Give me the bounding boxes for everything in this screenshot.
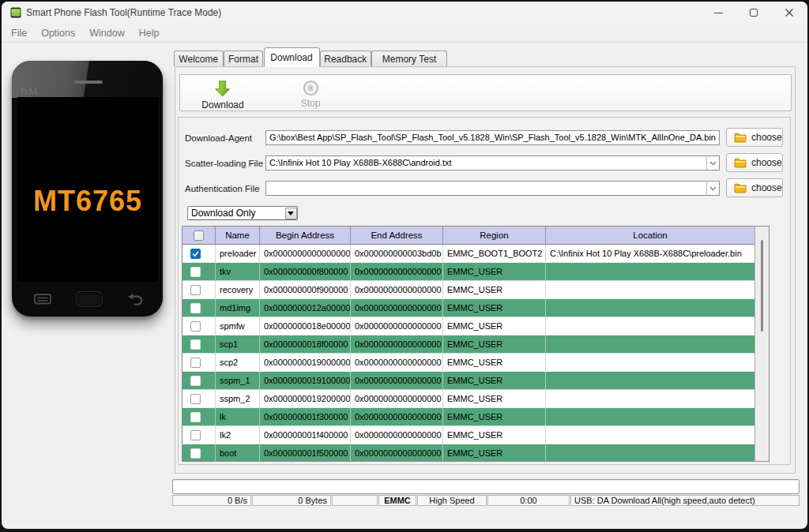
tab-readback[interactable]: Readback [320,51,372,66]
table-row-boot[interactable]: boot0x000000001f5000000x0000000000000000… [182,444,754,461]
minimize-icon [714,13,723,13]
cell-name: preloader [216,245,260,263]
table-row-lk[interactable]: lk0x000000001f3000000x0000000000000000EM… [182,408,754,426]
table-row-md1img[interactable]: md1img0x0000000012a000000x00000000000000… [182,299,754,317]
cell-begin: 0x000000001f500000 [260,444,351,461]
table-row-preloader[interactable]: preloader0x00000000000000000x00000000000… [182,245,754,263]
cell-location [546,354,754,372]
row-checkbox[interactable] [190,321,201,332]
cell-end: 0x0000000000000000 [351,354,443,372]
cell-region: EMMC_USER [443,263,546,281]
download-mode-dropdown-button[interactable] [285,208,297,219]
menu-item-options[interactable]: Options [34,24,82,42]
row-checkbox[interactable] [190,267,201,277]
menu-item-file[interactable]: File [11,24,34,42]
partition-table-body: NameBegin AddressEnd AddressRegionLocati… [182,227,754,461]
table-row-recovery[interactable]: recovery0x000000000f9000000x000000000000… [182,281,754,299]
download-mode-value: Download Only [191,208,255,219]
menu-item-window[interactable]: Window [82,24,131,42]
row-checkbox[interactable] [190,394,201,404]
table-row-sspm_1[interactable]: sspm_10x00000000191000000x00000000000000… [182,372,754,390]
row-checkbox[interactable] [190,430,201,440]
row-checkbox[interactable] [190,358,201,368]
scatter-file-combobox[interactable]: C:\Infinix Hot 10 Play X688B-X688C\andro… [265,155,720,170]
cell-location [546,426,754,444]
row-checkbox[interactable] [190,412,201,422]
app-window: Smart Phone Flash Tool(Runtime Trace Mod… [2,2,807,529]
row-checkbox-cell [182,245,216,263]
row-checkbox[interactable] [190,448,201,459]
cell-end: 0x0000000000000000 [351,281,443,299]
close-icon [785,8,794,17]
cell-region: EMMC_BOOT1_BOOT2 [443,245,546,263]
auth-file-dropdown-button[interactable] [706,182,718,195]
tab-welcome[interactable]: Welcome [174,51,224,66]
cell-begin: 0x000000001f400000 [260,426,351,444]
menu-item-help[interactable]: Help [132,24,167,42]
row-checkbox[interactable] [190,376,201,386]
cell-region: EMMC_USER [443,390,546,408]
auth-file-choose-button[interactable]: choose [726,178,783,197]
scatter-file-choose-button[interactable]: choose [726,153,783,172]
status-bar: 0 B/s0 BytesEMMCHigh Speed0:00USB: DA Do… [172,495,800,506]
table-header-row: NameBegin AddressEnd AddressRegionLocati… [182,227,754,245]
cell-begin: 0x0000000012a00000 [260,299,351,317]
download-button[interactable]: Download [189,75,257,111]
status-cell-1: 0 Bytes [252,495,331,506]
download-agent-choose-button[interactable]: choose [726,128,783,147]
folder-icon [734,133,747,143]
cell-location [546,299,754,317]
cell-begin: 0x0000000019200000 [260,390,351,408]
chipset-label: MT6765 [33,162,142,218]
scatter-file-value: C:\Infinix Hot 10 Play X688B-X688C\andro… [269,158,452,167]
folder-icon [734,183,747,193]
cell-location [546,335,754,354]
phone-speaker [74,81,103,84]
select-all-checkbox[interactable] [194,230,204,241]
auth-file-label: Authentication File [185,184,260,193]
download-agent-value: G:\box\Best App\SP_Flash_Tool\SP_Flash_T… [269,133,716,142]
row-checkbox[interactable] [190,303,201,313]
toolbar: Download Stop [179,74,792,111]
cell-end: 0x0000000000000000 [351,426,443,444]
row-checkbox[interactable] [190,339,201,350]
row-checkbox-cell [182,299,216,317]
cell-name: sspm_2 [216,390,260,408]
table-row-scp1[interactable]: scp10x0000000018f000000x0000000000000000… [182,335,754,354]
table-row-sspm_2[interactable]: sspm_20x00000000192000000x00000000000000… [182,390,754,408]
auth-file-combobox[interactable] [265,181,720,196]
table-vertical-scrollbar[interactable] [754,227,769,461]
table-row-scp2[interactable]: scp20x00000000190000000x0000000000000000… [182,354,754,372]
table-header-begin-address: Begin Address [260,227,351,244]
cell-location [546,372,754,390]
tab-memory-test[interactable]: Memory Test [371,51,447,66]
row-checkbox-cell [182,317,216,335]
triangle-down-icon [288,212,294,215]
cell-end: 0x000000000003bd0b [351,245,443,263]
stop-button[interactable]: Stop [277,75,344,111]
scatter-file-dropdown-button[interactable] [706,157,718,170]
chevron-down-icon [709,161,717,166]
table-row-lk2[interactable]: lk20x000000001f4000000x0000000000000000E… [182,426,754,444]
phone-top-bezel: BM [12,61,163,98]
cell-name: tkv [216,263,260,281]
cell-end: 0x0000000000000000 [351,317,443,335]
table-row-spmfw[interactable]: spmfw0x0000000018e000000x000000000000000… [182,317,754,335]
cell-name: scp1 [216,335,260,354]
tab-download[interactable]: Download [264,47,320,67]
close-button[interactable] [776,2,803,24]
cell-begin: 0x000000001f300000 [260,408,351,426]
row-checkbox[interactable] [190,285,201,295]
download-mode-select[interactable]: Download Only [187,206,298,220]
row-checkbox-checked[interactable] [190,249,201,259]
tab-format[interactable]: Format [224,51,263,66]
table-row-tkv[interactable]: tkv0x000000000f8000000x0000000000000000E… [182,263,754,281]
download-agent-input[interactable]: G:\box\Best App\SP_Flash_Tool\SP_Flash_T… [265,130,720,145]
scrollbar-thumb[interactable] [761,240,763,332]
maximize-button[interactable] [740,2,767,24]
chevron-down-icon [709,186,717,191]
row-checkbox-cell [182,372,216,390]
minimize-button[interactable] [705,2,732,24]
cell-begin: 0x0000000018e00000 [260,317,351,335]
window-title: Smart Phone Flash Tool(Runtime Trace Mod… [26,2,221,24]
